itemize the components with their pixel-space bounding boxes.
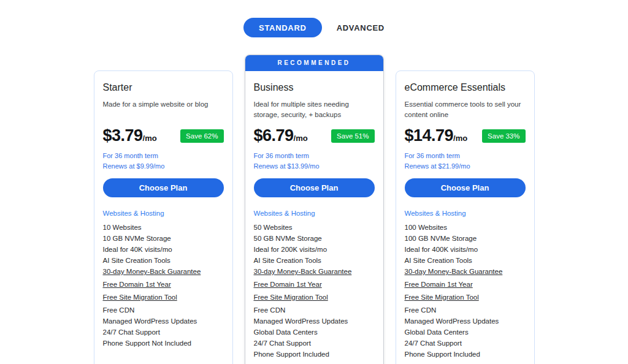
feature-item: Global Data Centers bbox=[405, 328, 526, 336]
price-period: /mo bbox=[143, 134, 157, 143]
feature-item: Managed WordPress Updates bbox=[254, 317, 375, 325]
tab-advanced[interactable]: ADVANCED bbox=[337, 23, 385, 32]
pricing-cards: Starter Made for a simple website or blo… bbox=[0, 55, 628, 364]
feature-item-link[interactable]: 30-day Money-Back Guarantee bbox=[103, 268, 224, 276]
feature-section-title: Websites & Hosting bbox=[103, 210, 224, 217]
feature-sections: Websites & Hosting10 Websites10 GB NVMe … bbox=[103, 210, 224, 364]
term-label: For 36 month term bbox=[103, 152, 224, 159]
feature-item: Ideal for 400K visits/mo bbox=[405, 246, 526, 254]
feature-item: Phone Support Included bbox=[254, 351, 375, 358]
feature-item: Phone Support Not Included bbox=[103, 339, 224, 347]
feature-item: 100 GB NVMe Storage bbox=[405, 235, 526, 243]
feature-item: AI Site Creation Tools bbox=[103, 257, 224, 265]
feature-item: AI Site Creation Tools bbox=[405, 257, 526, 265]
save-badge: Save 62% bbox=[180, 129, 223, 143]
price-period: /mo bbox=[294, 134, 308, 143]
choose-plan-button[interactable]: Choose Plan bbox=[405, 178, 526, 197]
feature-item-link[interactable]: 30-day Money-Back Guarantee bbox=[405, 268, 526, 276]
choose-plan-button[interactable]: Choose Plan bbox=[254, 178, 375, 197]
plan-price: $3.79/mo bbox=[103, 126, 157, 145]
feature-item: 24/7 Chat Support bbox=[254, 339, 375, 347]
feature-item-link[interactable]: Free Domain 1st Year bbox=[405, 281, 526, 289]
plan-name: eCommerce Essentials bbox=[405, 82, 526, 93]
feature-section-title: Websites & Hosting bbox=[405, 210, 526, 217]
feature-sections: Websites & Hosting100 Websites100 GB NVM… bbox=[405, 210, 526, 364]
plan-description: Essential commerce tools to sell your co… bbox=[405, 99, 526, 120]
save-badge: Save 51% bbox=[331, 129, 374, 143]
feature-item-link[interactable]: Free Domain 1st Year bbox=[254, 281, 375, 289]
plan-type-toggle: STANDARD ADVANCED bbox=[0, 18, 628, 37]
price-row: $3.79/mo Save 62% bbox=[103, 126, 224, 145]
term-label: For 36 month term bbox=[405, 152, 526, 159]
feature-item: 10 Websites bbox=[103, 224, 224, 232]
plan-price: $14.79/mo bbox=[405, 126, 468, 145]
price-period: /mo bbox=[453, 134, 467, 143]
feature-item: Ideal for 200K visits/mo bbox=[254, 246, 375, 254]
renewal-label: Renews at $9.99/mo bbox=[103, 162, 224, 170]
price-amount: $14.79 bbox=[405, 126, 454, 145]
price-row: $6.79/mo Save 51% bbox=[254, 126, 375, 145]
feature-item: Managed WordPress Updates bbox=[405, 317, 526, 325]
feature-item: Free CDN bbox=[405, 306, 526, 314]
feature-item: 10 GB NVMe Storage bbox=[103, 235, 224, 243]
price-amount: $6.79 bbox=[254, 126, 294, 145]
plan-card-body: eCommerce Essentials Essential commerce … bbox=[396, 71, 534, 364]
feature-sections: Websites & Hosting50 Websites50 GB NVMe … bbox=[254, 210, 375, 364]
feature-item: 24/7 Chat Support bbox=[103, 328, 224, 336]
feature-item: 50 Websites bbox=[254, 224, 375, 232]
feature-item: Ideal for 40K visits/mo bbox=[103, 246, 224, 254]
feature-item: 100 Websites bbox=[405, 224, 526, 232]
plan-name: Starter bbox=[103, 82, 224, 93]
feature-item: Managed WordPress Updates bbox=[103, 317, 224, 325]
feature-item: 50 GB NVMe Storage bbox=[254, 235, 375, 243]
feature-item-link[interactable]: Free Site Migration Tool bbox=[405, 294, 526, 301]
feature-item-link[interactable]: Free Site Migration Tool bbox=[254, 294, 375, 301]
term-label: For 36 month term bbox=[254, 152, 375, 159]
renewal-label: Renews at $21.99/mo bbox=[405, 162, 526, 170]
plan-card: Starter Made for a simple website or blo… bbox=[94, 70, 233, 364]
plan-card: eCommerce Essentials Essential commerce … bbox=[396, 70, 535, 364]
plan-price: $6.79/mo bbox=[254, 126, 308, 145]
price-row: $14.79/mo Save 33% bbox=[405, 126, 526, 145]
feature-section-title: Websites & Hosting bbox=[254, 210, 375, 217]
feature-item: Free CDN bbox=[254, 306, 375, 314]
plan-description: Ideal for multiple sites needing storage… bbox=[254, 99, 375, 120]
choose-plan-button[interactable]: Choose Plan bbox=[103, 178, 224, 197]
feature-item-link[interactable]: Free Domain 1st Year bbox=[103, 281, 224, 289]
feature-item: 24/7 Chat Support bbox=[405, 339, 526, 347]
plan-card-body: Starter Made for a simple website or blo… bbox=[94, 71, 232, 364]
recommended-banner: RECOMMENDED bbox=[245, 55, 383, 71]
feature-section: Websites & Hosting100 Websites100 GB NVM… bbox=[405, 210, 526, 362]
feature-item: Global Data Centers bbox=[254, 328, 375, 336]
plan-card: RECOMMENDED Business Ideal for multiple … bbox=[245, 55, 384, 364]
plan-name: Business bbox=[254, 82, 375, 93]
renewal-label: Renews at $13.99/mo bbox=[254, 162, 375, 170]
price-amount: $3.79 bbox=[103, 126, 143, 145]
feature-item-link[interactable]: Free Site Migration Tool bbox=[103, 294, 224, 301]
feature-item: Free CDN bbox=[103, 306, 224, 314]
plan-card-body: Business Ideal for multiple sites needin… bbox=[245, 71, 383, 364]
save-badge: Save 33% bbox=[482, 129, 525, 143]
plan-description: Made for a simple website or blog bbox=[103, 99, 224, 120]
feature-section: Websites & Hosting10 Websites10 GB NVMe … bbox=[103, 210, 224, 351]
feature-item: AI Site Creation Tools bbox=[254, 257, 375, 265]
feature-section: Websites & Hosting50 Websites50 GB NVMe … bbox=[254, 210, 375, 362]
feature-item: Phone Support Included bbox=[405, 351, 526, 358]
feature-item-link[interactable]: 30-day Money-Back Guarantee bbox=[254, 268, 375, 276]
tab-standard[interactable]: STANDARD bbox=[243, 18, 322, 37]
